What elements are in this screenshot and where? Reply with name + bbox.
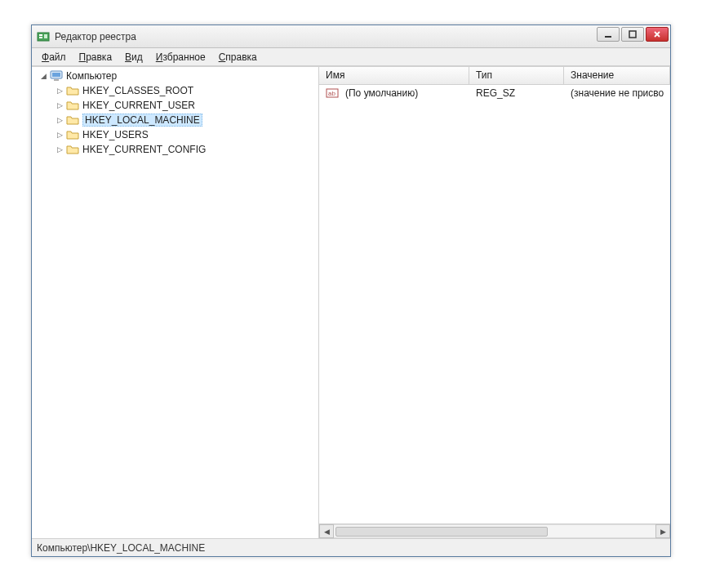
folder-icon	[66, 143, 79, 156]
scroll-right-button[interactable]: ▶	[655, 524, 670, 538]
tree-item-label: HKEY_CLASSES_ROOT	[82, 85, 193, 96]
folder-icon	[66, 84, 79, 97]
client-area: ◢ Компьютер ▷ HKEY_CLASSES_ROOT	[32, 66, 670, 538]
statusbar: Компьютер\HKEY_LOCAL_MACHINE	[32, 538, 670, 556]
tree-item[interactable]: ▷ HKEY_CURRENT_USER	[32, 98, 318, 113]
scroll-left-button[interactable]: ◀	[319, 524, 334, 538]
svg-text:ab: ab	[328, 90, 335, 97]
scroll-track[interactable]	[334, 524, 655, 538]
close-button[interactable]	[646, 27, 669, 42]
svg-rect-7	[52, 73, 60, 77]
menu-help[interactable]: Справка	[212, 50, 264, 65]
expander-icon[interactable]: ▷	[55, 86, 64, 96]
tree-pane[interactable]: ◢ Компьютер ▷ HKEY_CLASSES_ROOT	[32, 67, 319, 538]
folder-icon	[66, 114, 79, 127]
list-row[interactable]: ab (По умолчанию) REG_SZ (значение не пр…	[319, 85, 670, 101]
svg-rect-1	[39, 34, 42, 36]
expander-icon[interactable]: ▷	[55, 130, 64, 140]
value-type: REG_SZ	[469, 87, 564, 99]
maximize-button[interactable]	[621, 27, 644, 42]
menu-file[interactable]: Файл	[35, 50, 73, 65]
scroll-thumb[interactable]	[335, 527, 548, 537]
list-pane: Имя Тип Значение ab (По умолчанию)	[319, 67, 670, 538]
folder-icon	[66, 99, 79, 112]
regedit-icon	[37, 30, 50, 43]
tree-root-label: Компьютер	[66, 70, 117, 82]
column-header-value[interactable]: Значение	[564, 67, 670, 84]
list-body[interactable]: ab (По умолчанию) REG_SZ (значение не пр…	[319, 85, 670, 523]
tree-item-label: HKEY_CURRENT_CONFIG	[82, 144, 206, 155]
expander-icon[interactable]: ▷	[55, 145, 64, 154]
tree-root[interactable]: ◢ Компьютер	[32, 69, 318, 83]
status-path: Компьютер\HKEY_LOCAL_MACHINE	[37, 542, 205, 554]
value-name: (По умолчанию)	[345, 87, 418, 99]
tree-item-label: HKEY_CURRENT_USER	[82, 100, 195, 111]
tree-item-label: HKEY_USERS	[82, 129, 149, 140]
window-controls	[597, 27, 669, 42]
svg-rect-5	[629, 31, 636, 38]
svg-rect-8	[54, 79, 59, 81]
column-header-type[interactable]: Тип	[469, 67, 564, 84]
expander-icon[interactable]: ▷	[55, 100, 64, 110]
menu-favorites[interactable]: Избранное	[149, 50, 212, 65]
expander-icon[interactable]: ◢	[38, 71, 48, 81]
window-title: Редактор реестра	[55, 31, 136, 42]
computer-icon	[50, 69, 63, 82]
menu-edit[interactable]: Правка	[73, 50, 119, 65]
minimize-button[interactable]	[597, 27, 620, 42]
svg-rect-4	[605, 36, 611, 38]
horizontal-scrollbar[interactable]: ◀ ▶	[319, 523, 670, 538]
menubar: Файл Правка Вид Избранное Справка	[32, 48, 670, 66]
titlebar[interactable]: Редактор реестра	[32, 25, 670, 48]
tree-item[interactable]: ▷ HKEY_CLASSES_ROOT	[32, 83, 318, 98]
folder-icon	[66, 128, 79, 141]
svg-rect-2	[39, 37, 42, 38]
window-frame: Редактор реестра Файл Правка Вид Избранн…	[31, 24, 671, 557]
expander-icon[interactable]: ▷	[55, 115, 64, 125]
svg-rect-3	[44, 34, 47, 38]
tree-item[interactable]: ▷ HKEY_USERS	[32, 127, 318, 142]
string-value-icon: ab	[326, 87, 339, 100]
value-data: (значение не присво	[564, 87, 670, 99]
tree-item[interactable]: ▷ HKEY_CURRENT_CONFIG	[32, 142, 318, 157]
menu-view[interactable]: Вид	[118, 50, 149, 65]
tree-item-label: HKEY_LOCAL_MACHINE	[82, 114, 202, 127]
tree-item-selected[interactable]: ▷ HKEY_LOCAL_MACHINE	[32, 113, 318, 127]
list-header: Имя Тип Значение	[319, 67, 670, 85]
column-header-name[interactable]: Имя	[319, 67, 469, 84]
